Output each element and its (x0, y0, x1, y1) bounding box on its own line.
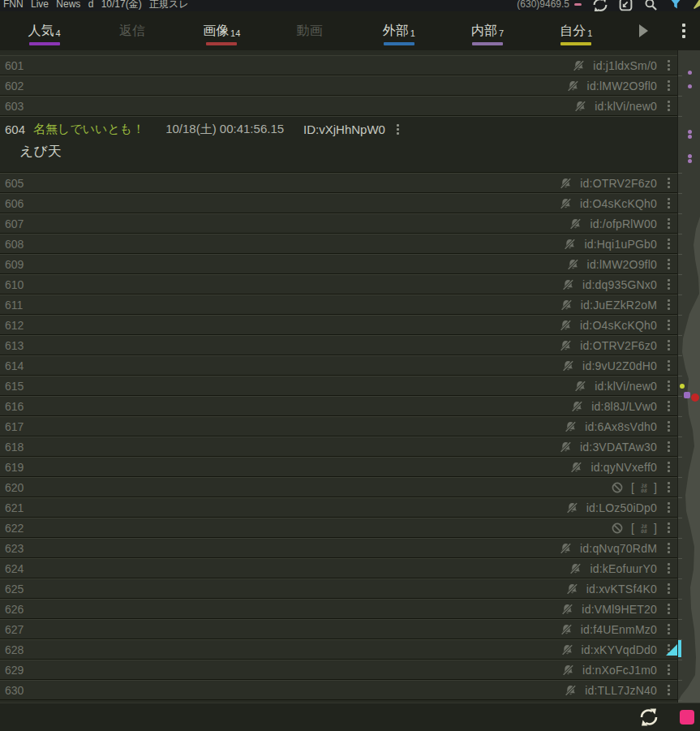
kebab-menu-icon[interactable] (664, 277, 673, 291)
kebab-menu-icon[interactable] (664, 217, 673, 230)
pencil-icon[interactable] (694, 0, 700, 10)
list-item[interactable]: 608 id:Hqi1uPGb0 (0, 234, 678, 254)
kebab-menu-icon[interactable] (664, 561, 673, 575)
expanded-post[interactable]: 604 名無しでいいとも！ 10/18(土) 00:41:56.15 ID:vX… (0, 116, 678, 173)
tab-overflow-arrow-icon[interactable] (621, 11, 668, 50)
list-item[interactable]: 628 id:xKYVqdDd0 (0, 639, 678, 660)
kebab-menu-icon[interactable] (664, 460, 673, 474)
kebab-menu-icon[interactable] (664, 602, 673, 616)
kebab-menu-icon[interactable] (664, 683, 673, 697)
tab-label: 外部 (383, 23, 409, 40)
post-list: 601 id:j1ldxSm/0 602 (0, 50, 678, 703)
kebab-menu-icon[interactable] (664, 79, 673, 92)
list-item[interactable]: 627 id:f4UEnmMz0 (0, 619, 678, 639)
tab-内部[interactable]: 内部 7 (443, 11, 531, 50)
tab-underline (206, 42, 237, 45)
list-item[interactable]: 609 id:lMW2O9fl0 (0, 254, 678, 274)
poster-id: id:O4sKcKQh0 (580, 197, 657, 210)
list-item[interactable]: 607 id:/ofpRlW00 (0, 213, 678, 234)
tab-count-badge: 4 (56, 28, 61, 38)
kebab-menu-icon[interactable] (664, 298, 673, 312)
list-item[interactable]: 618 id:3VDATAw30 (0, 436, 678, 457)
tab-動画[interactable]: 動画 (266, 11, 354, 50)
list-item[interactable]: 611 id:JuEZkR2oM (0, 295, 678, 315)
list-item[interactable]: 613 id:OTRV2F6z0 (0, 335, 678, 355)
list-item-abone[interactable]: 620 [ 3808 ] (0, 477, 678, 497)
list-item[interactable]: 626 id:VMl9HET20 (0, 599, 678, 619)
reload-icon[interactable] (640, 708, 658, 726)
post-number: 611 (5, 299, 23, 312)
row-tick (678, 477, 682, 478)
list-item[interactable]: 625 id:xvKTSf4K0 (0, 578, 678, 599)
list-item[interactable]: 616 id:8l8J/LVw0 (0, 396, 678, 416)
refresh-icon[interactable] (593, 0, 608, 11)
list-item-abone[interactable]: 622 [ 3808 ] (0, 518, 678, 538)
kebab-menu-icon[interactable] (664, 440, 673, 454)
poster-id: id:Hqi1uPGb0 (584, 238, 657, 251)
kebab-menu-icon[interactable] (664, 419, 673, 433)
kebab-menu-icon[interactable] (664, 99, 673, 113)
tab-外部[interactable]: 外部 1 (354, 11, 443, 50)
kebab-menu-icon[interactable] (664, 399, 673, 413)
kebab-menu-icon[interactable] (664, 196, 673, 210)
list-item[interactable]: 629 id:nXoFcJ1m0 (0, 660, 678, 680)
kebab-menu-icon[interactable] (664, 541, 673, 555)
post-number: 621 (5, 501, 24, 514)
kebab-menu-icon[interactable] (664, 663, 673, 677)
list-item[interactable]: 606 id:O4sKcKQh0 (0, 193, 678, 213)
kebab-menu-icon[interactable] (664, 622, 673, 636)
muted-bell-icon (559, 319, 573, 332)
list-item[interactable]: 617 id:6Ax8sVdh0 (0, 416, 678, 436)
post-number: 626 (5, 603, 24, 616)
post-count-momentum: (630)9469.5 (517, 0, 569, 10)
list-item[interactable]: 615 id:klVi/new0 (0, 376, 678, 396)
list-item[interactable]: 623 id:qNvq70RdM (0, 538, 678, 558)
list-item[interactable]: 612 id:O4sKcKQh0 (0, 315, 678, 335)
list-item[interactable]: 621 id:LOz50iDp0 (0, 497, 678, 518)
dot-marker (688, 154, 692, 158)
post-number: 625 (5, 583, 24, 596)
kebab-menu-icon[interactable] (664, 257, 673, 271)
tab-自分[interactable]: 自分 1 (532, 11, 621, 50)
tab-返信[interactable]: 返信 (88, 11, 177, 50)
scrollbar-minimap[interactable] (677, 50, 700, 703)
kebab-menu-icon[interactable] (664, 521, 673, 535)
list-item[interactable]: 614 id:9vU2Z0dH0 (0, 355, 678, 376)
list-item[interactable]: 630 id:TLL7JzN40 (0, 680, 678, 700)
row-tick (678, 96, 682, 97)
search-icon[interactable] (644, 0, 658, 11)
kebab-menu-icon[interactable] (664, 582, 673, 596)
row-tick (678, 274, 682, 275)
filter-icon[interactable] (669, 0, 682, 10)
kebab-menu-icon[interactable] (664, 379, 673, 393)
muted-bell-icon (560, 643, 574, 656)
export-icon[interactable] (619, 0, 633, 11)
row-tick (678, 376, 682, 376)
list-item[interactable]: 605 id:OTRV2F6z0 (0, 173, 678, 193)
list-item[interactable]: 602 id:lMW2O9fl0 (0, 75, 678, 96)
tab-人気[interactable]: 人気 4 (0, 11, 88, 50)
list-item[interactable]: 603 id:klVi/new0 (0, 96, 678, 116)
activity-wave (678, 50, 700, 703)
list-item[interactable]: 601 id:j1ldxSm/0 (0, 55, 678, 75)
overflow-menu-icon[interactable] (668, 11, 700, 50)
kebab-menu-icon[interactable] (664, 318, 673, 332)
row-tick (678, 680, 682, 681)
row-tick (678, 457, 682, 458)
missing-glyph: 3808 (641, 484, 647, 493)
post-number: 613 (5, 339, 24, 352)
list-item[interactable]: 624 id:kEofuurY0 (0, 558, 678, 578)
kebab-menu-icon[interactable] (664, 501, 673, 514)
kebab-menu-icon[interactable] (664, 338, 673, 352)
kebab-menu-icon[interactable] (664, 58, 673, 72)
pink-action-button[interactable] (680, 710, 694, 725)
kebab-menu-icon[interactable] (664, 176, 673, 190)
kebab-menu-icon[interactable] (664, 359, 673, 372)
tab-画像[interactable]: 画像 14 (178, 11, 266, 50)
kebab-menu-icon[interactable] (393, 123, 402, 136)
list-item[interactable]: 619 id:qyNVxeff0 (0, 457, 678, 477)
row-right: id:Hqi1uPGb0 (563, 237, 673, 251)
kebab-menu-icon[interactable] (664, 480, 673, 494)
kebab-menu-icon[interactable] (664, 237, 673, 251)
list-item[interactable]: 610 id:dq935GNx0 (0, 274, 678, 295)
